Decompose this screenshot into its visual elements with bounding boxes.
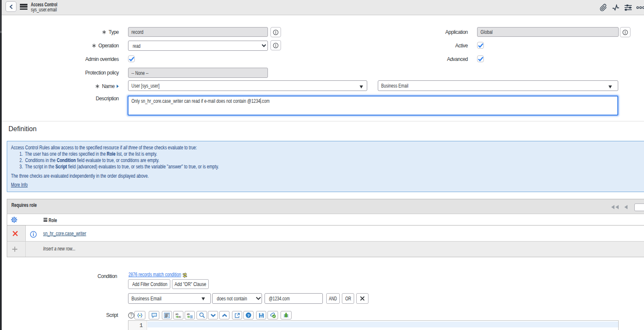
svg-text:ab: ab [187,313,190,316]
svg-text:?: ? [247,313,250,318]
svg-text:?: ? [130,313,133,318]
svg-text:ac: ac [178,315,181,318]
